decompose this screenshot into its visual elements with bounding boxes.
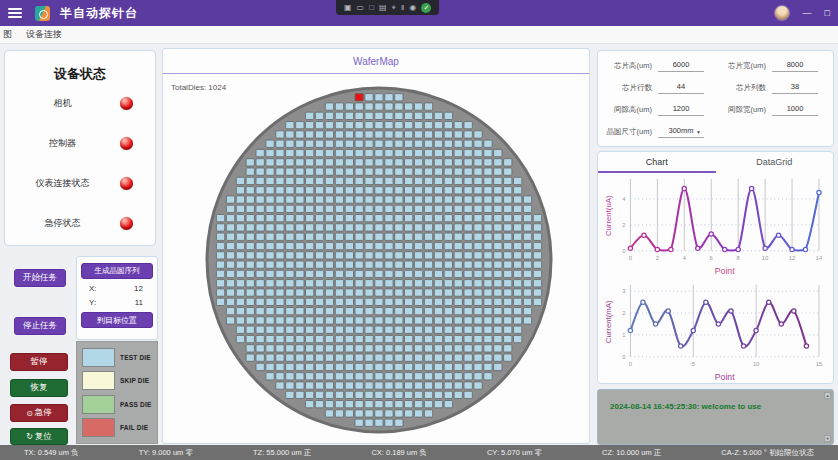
status-row-camera: 相机	[5, 84, 155, 123]
wafer-map-panel: WaferMap TotalDies: 1024	[162, 48, 590, 444]
device-status-panel: 设备状态 相机 控制器 仪表连接状态 急停状态	[4, 50, 156, 246]
scroll-down-icon[interactable]: ▼	[824, 435, 831, 442]
record-icon[interactable]: ◉	[409, 0, 416, 15]
active-tab-indicator	[598, 171, 716, 173]
menu-bar: 图 设备连接	[0, 26, 838, 44]
die-legend-panel: TEST DIE SKIP DIE PASS DIE FAIL DIE	[76, 341, 158, 444]
chip-cols-label: 芯片列数	[718, 83, 772, 93]
svg-text:0: 0	[629, 255, 633, 261]
y-value[interactable]: 11	[135, 298, 143, 307]
menu-item-view[interactable]: 图	[3, 28, 12, 41]
chip-rows-input[interactable]: 44	[658, 82, 704, 94]
chip-width-input[interactable]: 8000	[772, 60, 818, 72]
start-task-button[interactable]: 开始任务	[14, 269, 66, 287]
sequence-panel: 生成晶圆序列 X: 12 Y: 11 到目标位置	[76, 256, 158, 340]
menu-item-device-connect[interactable]: 设备连接	[26, 28, 62, 41]
chart-tabs: Chart DataGrid	[598, 152, 833, 172]
svg-text:Current(uA): Current(uA)	[604, 195, 613, 236]
wafer-map-title: WaferMap	[163, 56, 589, 67]
svg-text:0: 0	[629, 361, 633, 367]
camera-icon[interactable]: ▭	[357, 0, 365, 15]
pass-die-label: PASS DIE	[120, 401, 151, 408]
hamburger-menu-icon[interactable]	[8, 8, 22, 18]
status-cx: CX: 0.189 um 负	[371, 448, 426, 458]
instrument-status-led	[120, 177, 133, 190]
wafer-map[interactable]	[163, 77, 591, 443]
minimize-button[interactable]: —	[803, 0, 812, 26]
emergency-stop-button[interactable]: ⊙急停	[10, 404, 68, 422]
pause-button[interactable]: 暂停	[10, 353, 68, 371]
y-position-row: Y: 11	[77, 298, 157, 307]
svg-text:6: 6	[710, 255, 713, 261]
fail-die-label: FAIL DIE	[120, 424, 148, 431]
chip-height-input[interactable]: 6000	[658, 60, 704, 72]
y-label: Y:	[89, 298, 96, 307]
tab-chart[interactable]: Chart	[598, 157, 716, 167]
screen-icon[interactable]: ▣	[344, 0, 352, 15]
svg-text:Current(mA): Current(mA)	[604, 300, 613, 343]
device-status-title: 设备状态	[5, 65, 155, 83]
x-value[interactable]: 12	[134, 284, 143, 293]
status-label: 急停状态	[5, 217, 120, 230]
status-label: 仪表连接状态	[5, 177, 120, 190]
goto-target-position-button[interactable]: 到目标位置	[81, 312, 153, 328]
svg-text:0: 0	[622, 248, 626, 254]
svg-text:Point: Point	[715, 372, 735, 382]
status-ok-icon[interactable]: ✓	[421, 3, 431, 13]
emergency-stop-icon: ⊙	[26, 409, 33, 418]
svg-text:1: 1	[622, 332, 625, 338]
chip-width-label: 芯片宽(um)	[718, 61, 772, 71]
app-title: 半自动探针台	[60, 5, 138, 22]
status-bar: TX: 0.549 um 负 TY: 9.000 um 零 TZ: 55.000…	[0, 445, 838, 460]
pause-icon[interactable]: ‖	[401, 0, 404, 15]
pointer-icon[interactable]: ⌖	[392, 0, 397, 15]
status-caz: CA-Z: 5.000 ° 初始限位状态	[721, 448, 814, 458]
app-window: 半自动探针台 ▣▭□▤⌖‖◉✓ — □ 图 设备连接 设备状态 相机 控制器 仪…	[0, 0, 838, 460]
estop-status-led	[120, 217, 133, 230]
svg-text:0: 0	[622, 354, 626, 360]
gap-width-input[interactable]: 1000	[772, 104, 818, 116]
current-ua-chart: 02468101214024Current(uA)Point	[598, 174, 831, 278]
param-row-gap: 间隙高(um) 1200 间隙宽(um) 1000	[598, 99, 833, 121]
svg-text:14: 14	[816, 255, 823, 261]
skip-die-label: SKIP DIE	[120, 377, 149, 384]
maximize-button[interactable]: □	[825, 0, 830, 26]
current-ma-chart: 0510150123Current(mA)Point	[598, 280, 831, 384]
tab-datagrid[interactable]: DataGrid	[716, 157, 834, 167]
chip-height-label: 芯片高(um)	[604, 61, 658, 71]
window-icon[interactable]: ▤	[379, 0, 387, 15]
chevron-down-icon[interactable]: ▼	[696, 129, 701, 135]
test-die-swatch	[82, 348, 115, 367]
app-logo	[35, 6, 50, 21]
stop-task-button[interactable]: 停止任务	[14, 317, 66, 335]
svg-text:12: 12	[789, 255, 795, 261]
skip-die-swatch	[82, 371, 115, 390]
status-row-controller: 控制器	[5, 124, 155, 163]
svg-text:10: 10	[753, 361, 760, 367]
status-tx: TX: 0.549 um 负	[24, 448, 79, 458]
svg-text:8: 8	[737, 255, 740, 261]
pass-die-swatch	[82, 395, 115, 414]
status-tz: TZ: 55.000 um 正	[253, 448, 311, 458]
status-label: 控制器	[5, 137, 120, 150]
message-icon[interactable]: □	[369, 0, 374, 15]
status-row-instrument: 仪表连接状态	[5, 164, 155, 203]
legend-row-test: TEST DIE	[82, 348, 152, 367]
avatar[interactable]	[774, 5, 790, 21]
gap-height-input[interactable]: 1200	[658, 104, 704, 116]
reset-button[interactable]: ↻复位	[10, 428, 68, 445]
generate-wafer-sequence-button[interactable]: 生成晶圆序列	[81, 263, 153, 279]
svg-text:10: 10	[762, 255, 769, 261]
wafer-size-label: 晶圆尺寸(um)	[604, 127, 658, 137]
log-panel[interactable]: 2024-08-14 16:45:25:30: welcome to use ▲…	[597, 389, 834, 445]
param-row-count: 芯片行数 44 芯片列数 38	[598, 77, 833, 99]
x-position-row: X: 12	[77, 284, 157, 293]
wafer-title-divider	[163, 73, 589, 74]
svg-text:15: 15	[816, 361, 822, 367]
chip-cols-input[interactable]: 38	[772, 82, 818, 94]
legend-row-fail: FAIL DIE	[82, 418, 152, 437]
scroll-up-icon[interactable]: ▲	[824, 392, 831, 399]
resume-button[interactable]: 恢复	[10, 379, 68, 397]
svg-text:2: 2	[622, 310, 625, 316]
reset-label: 复位	[35, 431, 52, 443]
